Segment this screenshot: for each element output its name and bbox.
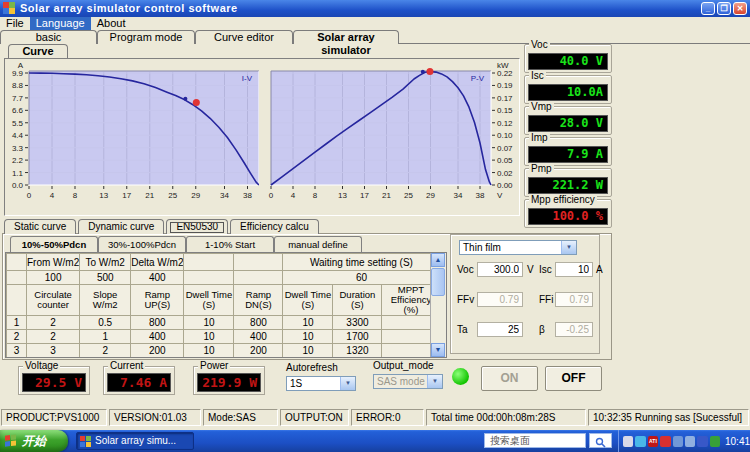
desktop-search-input[interactable]: 搜索桌面 bbox=[484, 433, 586, 448]
ati-icon[interactable]: ATI bbox=[648, 436, 658, 447]
subtab-manual-define[interactable]: manual define bbox=[274, 236, 362, 252]
antivirus-icon[interactable] bbox=[710, 436, 720, 447]
chevron-down-icon[interactable]: ▼ bbox=[340, 377, 355, 390]
tab-static-curve[interactable]: Static curve bbox=[4, 219, 76, 234]
off-button[interactable]: OFF bbox=[545, 366, 602, 391]
table-cell[interactable]: 1 bbox=[80, 330, 131, 344]
restore-button[interactable]: ❐ bbox=[717, 2, 731, 15]
on-button: ON bbox=[481, 366, 538, 391]
table-cell[interactable]: 3 bbox=[80, 358, 131, 359]
table-cell[interactable]: 2 bbox=[27, 316, 80, 330]
table-cell[interactable]: 2 bbox=[27, 330, 80, 344]
row-header[interactable]: 3 bbox=[7, 344, 27, 358]
table-cell[interactable]: 133 bbox=[234, 358, 283, 359]
table-cell[interactable]: 200 bbox=[131, 344, 184, 358]
table-cell[interactable] bbox=[382, 358, 440, 359]
isc-input[interactable] bbox=[555, 262, 593, 277]
menu-file[interactable]: File bbox=[0, 17, 30, 30]
table-cell[interactable]: 400 bbox=[131, 271, 184, 285]
table-cell[interactable]: 500 bbox=[80, 271, 131, 285]
table-cell[interactable]: 10 bbox=[184, 358, 234, 359]
keyboard-icon[interactable] bbox=[623, 436, 633, 447]
autorefresh-value: 1S bbox=[290, 378, 302, 389]
measurement-panel: Voc40.0 VIsc10.0AVmp28.0 VImp7.9 APmp221… bbox=[524, 44, 612, 230]
row-header[interactable]: 4 bbox=[7, 358, 27, 359]
table-cell[interactable]: 800 bbox=[131, 316, 184, 330]
svg-text:0: 0 bbox=[27, 191, 32, 200]
table-cell[interactable]: 10 bbox=[283, 316, 333, 330]
task-app-icon bbox=[80, 436, 91, 447]
table-cell[interactable]: 133 bbox=[131, 358, 184, 359]
network-icon[interactable] bbox=[685, 436, 695, 447]
voc-input[interactable] bbox=[477, 262, 523, 277]
chevron-down-icon[interactable]: ▼ bbox=[561, 241, 576, 254]
table-cell[interactable]: 3300 bbox=[333, 316, 382, 330]
search-button[interactable] bbox=[589, 433, 612, 448]
table-cell[interactable]: 10 bbox=[283, 330, 333, 344]
row-header[interactable] bbox=[7, 271, 27, 285]
main-tab-program-mode[interactable]: Program mode bbox=[97, 30, 195, 44]
close-button[interactable]: ✕ bbox=[733, 2, 747, 15]
row-header[interactable]: 2 bbox=[7, 330, 27, 344]
svg-text:I-V: I-V bbox=[242, 74, 253, 83]
scrollbar-thumb[interactable] bbox=[431, 268, 445, 296]
main-tab-solar-array-simulator[interactable]: Solar array simulator bbox=[293, 30, 399, 44]
tab-en50530[interactable]: EN50530 bbox=[166, 219, 228, 234]
main-tab-curve-editor[interactable]: Curve editor bbox=[195, 30, 293, 44]
subtab-10--50-pdcn[interactable]: 10%-50%Pdcn bbox=[10, 236, 98, 252]
start-button[interactable]: 开始 bbox=[0, 430, 68, 452]
table-cell[interactable]: 200 bbox=[234, 344, 283, 358]
taskbar-clock[interactable]: 10:41 bbox=[725, 436, 750, 447]
taskbar-task-button[interactable]: Solar array simu... bbox=[76, 432, 194, 450]
menu-about[interactable]: About bbox=[91, 17, 132, 30]
display-label: Isc bbox=[529, 70, 546, 81]
scroll-down-arrow-icon[interactable]: ▼ bbox=[431, 343, 445, 357]
table-cell[interactable]: 3 bbox=[27, 344, 80, 358]
table-cell[interactable]: 10 bbox=[283, 358, 333, 359]
table-cell[interactable]: 10 bbox=[184, 330, 234, 344]
minimize-button[interactable]: _ bbox=[701, 2, 715, 15]
menu-language[interactable]: Language bbox=[30, 17, 91, 30]
table-cell[interactable]: 10 bbox=[283, 344, 333, 358]
table-cell[interactable]: 400 bbox=[234, 330, 283, 344]
table-cell[interactable]: 10 bbox=[184, 316, 234, 330]
svg-text:0.19: 0.19 bbox=[497, 81, 513, 90]
table-cell[interactable]: 1207 bbox=[333, 358, 382, 359]
table-cell[interactable]: 1320 bbox=[333, 344, 382, 358]
table-cell[interactable]: 10 bbox=[184, 344, 234, 358]
table-cell[interactable]: 100 bbox=[27, 271, 80, 285]
taskbar: 开始 Solar array simu... 搜索桌面 ATI10:41 bbox=[0, 430, 750, 452]
svg-text:0.17: 0.17 bbox=[497, 94, 513, 103]
subtab-1-10-start-shuntdown[interactable]: 1-10% Start ShuntDown bbox=[186, 236, 274, 252]
table-scrollbar[interactable]: ▲ ▼ bbox=[430, 253, 446, 357]
cell-type-select[interactable]: Thin film ▼ bbox=[459, 240, 577, 255]
row-header[interactable]: 1 bbox=[7, 316, 27, 330]
subtab-30--100-pdcn[interactable]: 30%-100%Pdcn bbox=[98, 236, 186, 252]
table-cell[interactable]: 1700 bbox=[333, 330, 382, 344]
table-cell[interactable] bbox=[234, 271, 283, 285]
table-cell[interactable] bbox=[184, 271, 234, 285]
table-cell[interactable]: 2 bbox=[80, 344, 131, 358]
main-tab-basic[interactable]: basic bbox=[0, 30, 97, 44]
display-settings-icon[interactable] bbox=[673, 436, 683, 447]
table-cell[interactable]: 400 bbox=[131, 330, 184, 344]
status-bar: PRODUCT:PVS1000VERSION:01.03Mode:SASOUTP… bbox=[0, 407, 750, 429]
table-cell[interactable]: 60 bbox=[283, 271, 440, 285]
beta-label: β bbox=[539, 324, 545, 335]
tab-dynamic-curve[interactable]: Dynamic curve bbox=[78, 219, 164, 234]
table-cell[interactable]: 800 bbox=[234, 316, 283, 330]
isc-label: Isc bbox=[539, 264, 552, 275]
autorefresh-select[interactable]: 1S ▼ bbox=[286, 376, 356, 391]
scroll-up-arrow-icon[interactable]: ▲ bbox=[431, 253, 445, 267]
table-cell[interactable]: 4 bbox=[27, 358, 80, 359]
svg-text:21: 21 bbox=[382, 191, 391, 200]
ta-input[interactable] bbox=[477, 322, 523, 337]
svg-text:25: 25 bbox=[168, 191, 177, 200]
tab-efficiency-calcu[interactable]: Efficiency calcu bbox=[230, 219, 319, 234]
svg-text:0.00: 0.00 bbox=[497, 181, 513, 190]
messenger-icon[interactable] bbox=[635, 436, 645, 447]
shield-v-icon[interactable] bbox=[697, 436, 707, 447]
security-alert-icon[interactable] bbox=[660, 436, 670, 447]
table-cell[interactable]: 0.5 bbox=[80, 316, 131, 330]
tab-curve[interactable]: Curve bbox=[8, 44, 68, 58]
